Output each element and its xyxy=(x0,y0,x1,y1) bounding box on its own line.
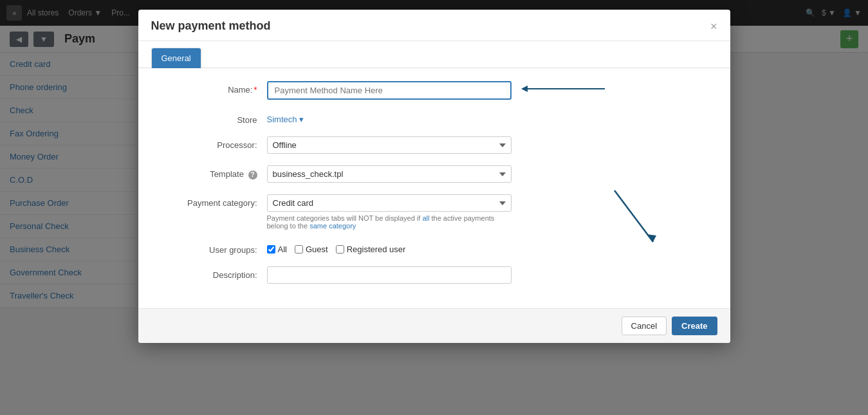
payment-category-field-wrap: Credit card Bank Transfer E-Wallet Other… xyxy=(267,194,512,230)
form-row-store: Store Simtech ▾ xyxy=(164,111,705,125)
user-groups-field-wrap: All Guest Registered user xyxy=(267,241,512,254)
name-input[interactable] xyxy=(267,81,512,100)
store-label: Store xyxy=(164,111,267,125)
form-row-processor: Processor: Offline PayPal Stripe xyxy=(164,136,705,154)
checkbox-guest[interactable]: Guest xyxy=(295,244,328,254)
payment-category-hint: Payment categories tabs will NOT be disp… xyxy=(267,214,512,230)
description-label: Description: xyxy=(164,266,267,280)
name-field-wrap xyxy=(267,81,512,100)
description-field-wrap xyxy=(267,266,512,284)
checkbox-all-input[interactable] xyxy=(267,245,275,254)
form-row-template: Template ? business_check.tpl credit_car… xyxy=(164,165,705,183)
checkbox-guest-input[interactable] xyxy=(295,245,303,254)
payment-category-label: Payment category: xyxy=(164,194,267,208)
template-help-icon[interactable]: ? xyxy=(248,171,257,180)
modal-title: New payment method xyxy=(151,19,271,33)
template-label: Template ? xyxy=(164,165,267,180)
svg-line-2 xyxy=(614,190,653,242)
cancel-button[interactable]: Cancel xyxy=(622,317,667,335)
description-input[interactable] xyxy=(267,266,512,284)
modal-header: New payment method × xyxy=(138,10,730,41)
payment-category-select[interactable]: Credit card Bank Transfer E-Wallet Other xyxy=(267,194,512,212)
processor-label: Processor: xyxy=(164,136,267,150)
template-field-wrap: business_check.tpl credit_card.tpl check… xyxy=(267,165,512,183)
modal-body: Name:* Store Simtech ▾ xyxy=(138,68,730,308)
processor-select[interactable]: Offline PayPal Stripe xyxy=(267,136,512,154)
name-label: Name:* xyxy=(164,81,267,95)
modal-footer: Cancel Create xyxy=(138,308,730,343)
create-arrow xyxy=(614,190,679,270)
checkbox-registered[interactable]: Registered user xyxy=(336,244,406,254)
tab-general[interactable]: General xyxy=(151,48,201,68)
user-groups-checkboxes: All Guest Registered user xyxy=(267,241,512,254)
template-select[interactable]: business_check.tpl credit_card.tpl check… xyxy=(267,165,512,183)
new-payment-method-modal: New payment method × General Name:* Sto xyxy=(138,10,730,343)
user-groups-label: User groups: xyxy=(164,241,267,255)
close-button[interactable]: × xyxy=(710,21,717,32)
store-field-wrap: Simtech ▾ xyxy=(267,111,512,124)
modal-tab-strip: General xyxy=(138,41,730,68)
create-button[interactable]: Create xyxy=(672,317,717,335)
form-row-name: Name:* xyxy=(164,81,705,100)
checkbox-all[interactable]: All xyxy=(267,244,287,254)
checkbox-registered-input[interactable] xyxy=(336,245,344,254)
processor-field-wrap: Offline PayPal Stripe xyxy=(267,136,512,154)
name-arrow xyxy=(521,84,605,93)
store-dropdown-icon: ▾ xyxy=(299,115,304,124)
store-link[interactable]: Simtech ▾ xyxy=(267,111,512,124)
svg-marker-1 xyxy=(521,86,528,92)
